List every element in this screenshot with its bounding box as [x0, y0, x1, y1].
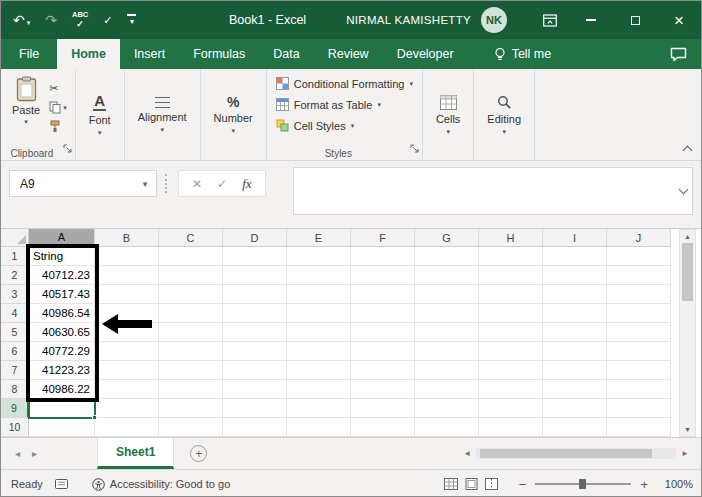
styles-dialog-launcher-icon[interactable]: [410, 139, 419, 157]
cell-C3[interactable]: [159, 285, 223, 304]
cell-G10[interactable]: [415, 418, 479, 437]
formula-bar-input[interactable]: [293, 167, 693, 215]
tab-data[interactable]: Data: [259, 39, 313, 69]
undo-icon[interactable]: ↶▾: [13, 13, 30, 27]
column-header-B[interactable]: B: [95, 229, 159, 247]
cell-I10[interactable]: [543, 418, 607, 437]
cell-J8[interactable]: [607, 380, 671, 399]
cell-G9[interactable]: [415, 399, 479, 418]
row-header-1[interactable]: 1: [1, 247, 29, 266]
cell-I3[interactable]: [543, 285, 607, 304]
add-sheet-button[interactable]: +: [190, 445, 207, 462]
cell-J2[interactable]: [607, 266, 671, 285]
cell-G6[interactable]: [415, 342, 479, 361]
cell-G2[interactable]: [415, 266, 479, 285]
cell-F5[interactable]: [351, 323, 415, 342]
scroll-left-icon[interactable]: ◄: [463, 449, 471, 458]
page-break-view-icon[interactable]: [485, 478, 498, 490]
cell-H9[interactable]: [479, 399, 543, 418]
cell-H3[interactable]: [479, 285, 543, 304]
enter-button[interactable]: ✓: [217, 177, 227, 191]
avatar[interactable]: NK: [481, 7, 507, 33]
cell-E1[interactable]: [287, 247, 351, 266]
clipboard-dialog-launcher-icon[interactable]: [63, 139, 72, 157]
cell-D3[interactable]: [223, 285, 287, 304]
row-header-2[interactable]: 2: [1, 266, 29, 285]
cell-C5[interactable]: [159, 323, 223, 342]
cell-J6[interactable]: [607, 342, 671, 361]
cell-E8[interactable]: [287, 380, 351, 399]
cell-G8[interactable]: [415, 380, 479, 399]
cell-F8[interactable]: [351, 380, 415, 399]
column-header-I[interactable]: I: [543, 229, 607, 247]
tab-review[interactable]: Review: [314, 39, 383, 69]
customize-quick-access-toolbar-icon[interactable]: ▾: [127, 14, 136, 26]
tell-me-button[interactable]: Tell me: [494, 39, 552, 69]
macro-record-icon[interactable]: [55, 479, 68, 489]
sheet-nav-right-icon[interactable]: ▸: [32, 448, 37, 459]
horizontal-scrollbar[interactable]: ◄ ►: [463, 438, 702, 469]
scroll-up-icon[interactable]: ▲: [684, 230, 691, 243]
cell-D7[interactable]: [223, 361, 287, 380]
font-button[interactable]: A Font ▾: [81, 72, 119, 157]
zoom-level[interactable]: 100%: [657, 478, 693, 490]
cell-I2[interactable]: [543, 266, 607, 285]
cell-F3[interactable]: [351, 285, 415, 304]
cell-F6[interactable]: [351, 342, 415, 361]
cell-I4[interactable]: [543, 304, 607, 323]
cell-E7[interactable]: [287, 361, 351, 380]
cell-I8[interactable]: [543, 380, 607, 399]
cell-B2[interactable]: [95, 266, 159, 285]
normal-view-icon[interactable]: [444, 478, 458, 490]
close-button[interactable]: ×: [657, 1, 701, 39]
column-header-C[interactable]: C: [159, 229, 223, 247]
cell-D8[interactable]: [223, 380, 287, 399]
cell-B10[interactable]: [95, 418, 159, 437]
select-all-button[interactable]: [1, 229, 29, 247]
cell-J3[interactable]: [607, 285, 671, 304]
zoom-in-button[interactable]: +: [640, 478, 648, 491]
cell-J7[interactable]: [607, 361, 671, 380]
copy-button[interactable]: ▾: [49, 101, 67, 114]
cell-J9[interactable]: [607, 399, 671, 418]
cell-F9[interactable]: [351, 399, 415, 418]
conditional-formatting-button[interactable]: Conditional Formatting ▾: [272, 75, 417, 92]
cell-E6[interactable]: [287, 342, 351, 361]
cell-H2[interactable]: [479, 266, 543, 285]
maximize-button[interactable]: [613, 1, 657, 39]
number-button[interactable]: % Number ▾: [206, 72, 261, 157]
row-header-5[interactable]: 5: [1, 323, 29, 342]
row-header-8[interactable]: 8: [1, 380, 29, 399]
format-as-table-button[interactable]: Format as Table ▾: [272, 96, 417, 113]
cell-H1[interactable]: [479, 247, 543, 266]
cell-D5[interactable]: [223, 323, 287, 342]
row-header-7[interactable]: 7: [1, 361, 29, 380]
cell-D4[interactable]: [223, 304, 287, 323]
vertical-scrollbar-thumb[interactable]: [682, 243, 693, 301]
cell-E9[interactable]: [287, 399, 351, 418]
zoom-slider-thumb[interactable]: [579, 479, 586, 489]
row-header-4[interactable]: 4: [1, 304, 29, 323]
comments-button[interactable]: [670, 39, 687, 69]
cell-H10[interactable]: [479, 418, 543, 437]
fill-handle[interactable]: [92, 415, 97, 420]
cancel-button[interactable]: ✕: [192, 177, 202, 191]
cell-H6[interactable]: [479, 342, 543, 361]
tab-insert[interactable]: Insert: [120, 39, 179, 69]
cell-I9[interactable]: [543, 399, 607, 418]
cell-C4[interactable]: [159, 304, 223, 323]
cell-J1[interactable]: [607, 247, 671, 266]
cell-E10[interactable]: [287, 418, 351, 437]
cell-C6[interactable]: [159, 342, 223, 361]
spelling-icon[interactable]: ABC✓: [72, 11, 88, 29]
cell-D6[interactable]: [223, 342, 287, 361]
cell-F1[interactable]: [351, 247, 415, 266]
cell-C2[interactable]: [159, 266, 223, 285]
formula-bar-expand-button[interactable]: [680, 186, 687, 193]
cell-I5[interactable]: [543, 323, 607, 342]
cell-E4[interactable]: [287, 304, 351, 323]
checkmark-icon[interactable]: ✓: [103, 15, 112, 26]
page-layout-view-icon[interactable]: [465, 478, 478, 490]
tab-developer[interactable]: Developer: [383, 39, 468, 69]
cell-E5[interactable]: [287, 323, 351, 342]
